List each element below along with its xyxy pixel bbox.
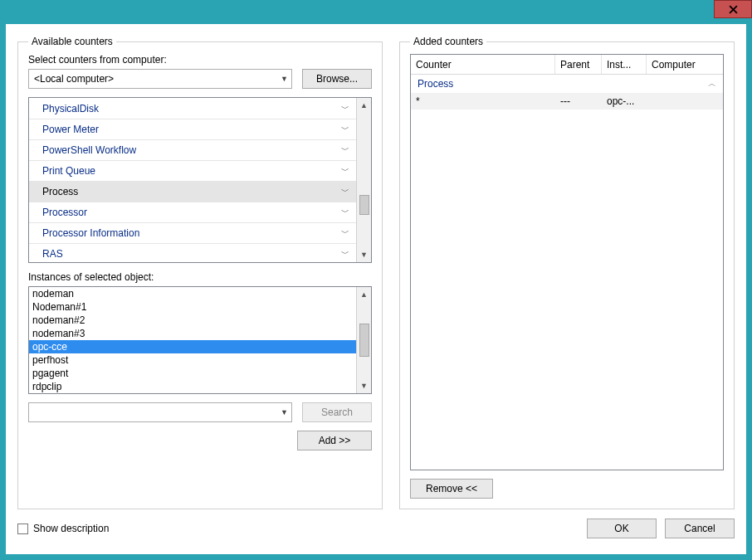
counter-item-label: Power Meter bbox=[42, 124, 99, 135]
chevron-down-icon: ﹀ bbox=[341, 186, 349, 197]
instance-item[interactable]: pgagent bbox=[29, 367, 356, 380]
table-header: Counter Parent Inst... Computer bbox=[411, 55, 723, 75]
instance-list-viewport[interactable]: nodemanNodeman#1nodeman#2nodeman#3opc-cc… bbox=[29, 287, 356, 393]
chevron-down-icon: ﹀ bbox=[341, 207, 349, 218]
window-frame: Available counters Select counters from … bbox=[0, 0, 752, 560]
show-description-label: Show description bbox=[33, 523, 109, 534]
added-counters-group: Added counters Counter Parent Inst... Co… bbox=[399, 36, 735, 509]
counter-list: PhysicalDisk﹀Power Meter﹀PowerShell Work… bbox=[28, 97, 372, 263]
instance-filter-combo[interactable]: ▼ bbox=[28, 402, 292, 422]
scroll-up-icon[interactable]: ▲ bbox=[357, 98, 371, 113]
chevron-down-icon: ﹀ bbox=[341, 248, 349, 260]
added-counters-table: Counter Parent Inst... Computer Process … bbox=[410, 54, 724, 470]
scroll-down-icon[interactable]: ▼ bbox=[357, 247, 371, 262]
available-counters-group: Available counters Select counters from … bbox=[17, 36, 383, 509]
instance-item[interactable]: nodeman#2 bbox=[29, 314, 356, 327]
instance-item[interactable]: nodeman bbox=[29, 287, 356, 300]
add-button[interactable]: Add >> bbox=[297, 431, 372, 450]
counter-item[interactable]: Processor Information﹀ bbox=[29, 222, 356, 243]
col-parent[interactable]: Parent bbox=[555, 55, 602, 74]
computer-combo[interactable]: <Local computer> ▼ bbox=[28, 69, 292, 89]
counter-item-label: Process bbox=[42, 186, 78, 197]
chevron-down-icon: ▼ bbox=[281, 408, 288, 416]
cell-parent: --- bbox=[555, 93, 602, 110]
show-description-checkbox[interactable] bbox=[17, 523, 28, 534]
counter-item[interactable]: Process﹀ bbox=[29, 181, 356, 202]
instance-list: nodemanNodeman#1nodeman#2nodeman#3opc-cc… bbox=[28, 286, 372, 394]
added-group-row[interactable]: Process ︿ bbox=[411, 75, 723, 93]
counter-scrollbar[interactable]: ▲ ▼ bbox=[356, 98, 371, 262]
close-button[interactable] bbox=[714, 0, 752, 18]
col-computer[interactable]: Computer bbox=[647, 55, 723, 74]
computer-combo-value: <Local computer> bbox=[34, 73, 114, 85]
close-icon bbox=[729, 5, 738, 14]
instance-item[interactable]: Nodeman#1 bbox=[29, 300, 356, 314]
added-group-name: Process bbox=[418, 78, 453, 90]
counter-item-label: Processor bbox=[42, 207, 87, 218]
cell-computer bbox=[647, 93, 723, 110]
dialog-footer: Show description OK Cancel bbox=[6, 514, 746, 554]
counter-item-label: RAS bbox=[42, 248, 63, 260]
chevron-up-icon: ︿ bbox=[708, 78, 716, 90]
counter-item-label: PhysicalDisk bbox=[42, 103, 99, 114]
chevron-down-icon: ﹀ bbox=[341, 144, 349, 156]
chevron-down-icon: ﹀ bbox=[341, 124, 349, 135]
chevron-down-icon: ﹀ bbox=[341, 165, 349, 177]
counter-item[interactable]: PowerShell Workflow﹀ bbox=[29, 139, 356, 160]
counter-list-viewport[interactable]: PhysicalDisk﹀Power Meter﹀PowerShell Work… bbox=[29, 98, 356, 262]
select-computer-label: Select counters from computer: bbox=[28, 54, 372, 66]
instance-item[interactable]: nodeman#3 bbox=[29, 327, 356, 340]
instance-scrollbar[interactable]: ▲ ▼ bbox=[356, 287, 371, 393]
scroll-thumb[interactable] bbox=[359, 195, 369, 215]
col-counter[interactable]: Counter bbox=[411, 55, 555, 74]
search-button[interactable]: Search bbox=[302, 402, 372, 422]
instance-item[interactable]: perfhost bbox=[29, 353, 356, 367]
cell-counter: * bbox=[411, 93, 555, 110]
added-counters-title: Added counters bbox=[410, 36, 486, 47]
available-counters-title: Available counters bbox=[28, 36, 116, 47]
titlebar bbox=[714, 0, 752, 23]
counter-item[interactable]: PhysicalDisk﹀ bbox=[29, 98, 356, 119]
counter-item-label: Print Queue bbox=[42, 165, 95, 177]
scroll-up-icon[interactable]: ▲ bbox=[357, 287, 371, 302]
scroll-thumb[interactable] bbox=[359, 324, 369, 357]
instance-item[interactable]: opc-cce bbox=[29, 340, 356, 353]
table-body: Process ︿ * --- opc-... bbox=[411, 75, 723, 470]
counter-item-label: PowerShell Workflow bbox=[42, 144, 136, 156]
browse-button[interactable]: Browse... bbox=[302, 69, 372, 89]
scroll-down-icon[interactable]: ▼ bbox=[357, 378, 371, 393]
cancel-button[interactable]: Cancel bbox=[665, 519, 735, 538]
cell-inst: opc-... bbox=[602, 93, 647, 110]
counter-item[interactable]: Processor﹀ bbox=[29, 202, 356, 222]
chevron-down-icon: ▼ bbox=[281, 75, 288, 83]
counter-item[interactable]: Print Queue﹀ bbox=[29, 160, 356, 181]
counter-item-label: Processor Information bbox=[42, 227, 139, 239]
instance-item[interactable]: rdpclip bbox=[29, 380, 356, 393]
ok-button[interactable]: OK bbox=[587, 519, 657, 538]
table-row[interactable]: * --- opc-... bbox=[411, 93, 723, 110]
chevron-down-icon: ﹀ bbox=[341, 227, 349, 239]
counter-item[interactable]: RAS﹀ bbox=[29, 243, 356, 262]
remove-button[interactable]: Remove << bbox=[410, 479, 493, 499]
counter-item[interactable]: Power Meter﹀ bbox=[29, 119, 356, 139]
col-inst[interactable]: Inst... bbox=[602, 55, 647, 74]
dialog-body: Available counters Select counters from … bbox=[5, 23, 747, 555]
chevron-down-icon: ﹀ bbox=[341, 103, 349, 114]
instances-label: Instances of selected object: bbox=[28, 271, 372, 283]
